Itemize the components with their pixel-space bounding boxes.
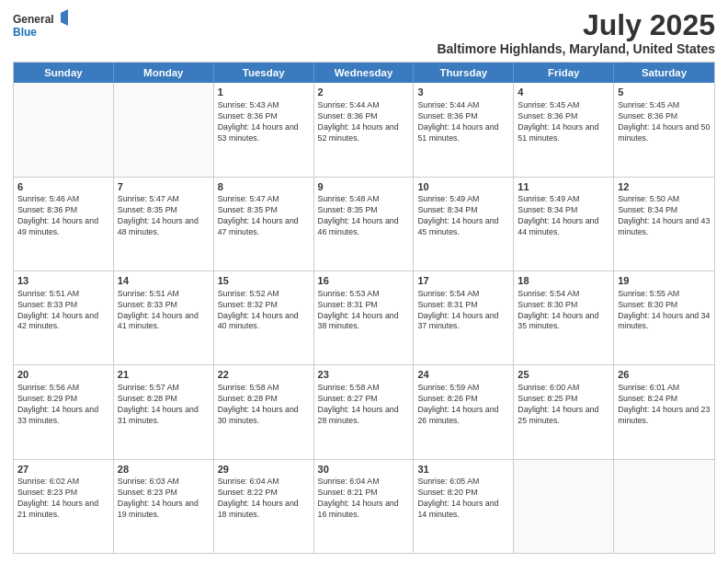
day-info: Sunrise: 5:56 AMSunset: 8:29 PMDaylight:… [17, 383, 109, 427]
calendar-cell: 14Sunrise: 5:51 AMSunset: 8:33 PMDayligh… [114, 271, 214, 364]
calendar-cell [614, 460, 714, 553]
day-info: Sunrise: 5:55 AMSunset: 8:30 PMDaylight:… [618, 289, 711, 333]
calendar-header-cell: Wednesday [314, 63, 415, 83]
calendar-cell: 31Sunrise: 6:05 AMSunset: 8:20 PMDayligh… [414, 460, 514, 553]
calendar-week-row: 13Sunrise: 5:51 AMSunset: 8:33 PMDayligh… [14, 270, 714, 364]
day-info: Sunrise: 5:44 AMSunset: 8:36 PMDaylight:… [318, 100, 410, 144]
day-number: 16 [318, 274, 410, 288]
day-number: 26 [618, 368, 711, 382]
calendar-header-cell: Saturday [614, 63, 714, 83]
day-number: 24 [417, 368, 509, 382]
calendar-week-row: 27Sunrise: 6:02 AMSunset: 8:23 PMDayligh… [14, 459, 714, 553]
calendar-header-cell: Sunday [14, 63, 114, 83]
day-info: Sunrise: 5:50 AMSunset: 8:34 PMDaylight:… [618, 194, 711, 238]
header: General Blue July 2025 Baltimore Highlan… [13, 9, 715, 56]
calendar-cell: 9Sunrise: 5:48 AMSunset: 8:35 PMDaylight… [314, 178, 415, 270]
day-info: Sunrise: 5:48 AMSunset: 8:35 PMDaylight:… [318, 194, 410, 238]
day-number: 30 [318, 463, 410, 477]
day-number: 29 [218, 463, 310, 477]
day-info: Sunrise: 6:05 AMSunset: 8:20 PMDaylight:… [417, 477, 509, 521]
subtitle: Baltimore Highlands, Maryland, United St… [437, 41, 715, 56]
day-info: Sunrise: 5:51 AMSunset: 8:33 PMDaylight:… [118, 289, 210, 333]
day-number: 3 [417, 86, 509, 99]
calendar-cell: 6Sunrise: 5:46 AMSunset: 8:36 PMDaylight… [14, 178, 114, 270]
calendar-body: 1Sunrise: 5:43 AMSunset: 8:36 PMDaylight… [14, 83, 714, 553]
day-number: 1 [218, 86, 310, 99]
calendar-header-row: SundayMondayTuesdayWednesdayThursdayFrid… [14, 63, 714, 83]
day-info: Sunrise: 5:54 AMSunset: 8:31 PMDaylight:… [417, 289, 509, 333]
svg-text:General: General [13, 13, 54, 26]
logo-svg: General Blue [13, 9, 68, 42]
day-info: Sunrise: 5:47 AMSunset: 8:35 PMDaylight:… [118, 194, 210, 238]
day-info: Sunrise: 5:45 AMSunset: 8:36 PMDaylight:… [518, 100, 609, 144]
title-block: July 2025 Baltimore Highlands, Maryland,… [437, 9, 715, 56]
calendar-cell [514, 460, 614, 553]
calendar-cell: 20Sunrise: 5:56 AMSunset: 8:29 PMDayligh… [14, 365, 114, 458]
day-number: 22 [218, 368, 310, 382]
main-title: July 2025 [437, 9, 715, 41]
day-info: Sunrise: 6:04 AMSunset: 8:21 PMDaylight:… [318, 477, 410, 521]
day-info: Sunrise: 6:01 AMSunset: 8:24 PMDaylight:… [618, 383, 711, 427]
day-number: 20 [17, 368, 109, 382]
day-number: 21 [118, 368, 210, 382]
day-number: 31 [417, 463, 509, 477]
day-info: Sunrise: 5:49 AMSunset: 8:34 PMDaylight:… [518, 194, 609, 238]
day-info: Sunrise: 5:52 AMSunset: 8:32 PMDaylight:… [218, 289, 310, 333]
calendar-cell: 26Sunrise: 6:01 AMSunset: 8:24 PMDayligh… [614, 365, 714, 458]
day-info: Sunrise: 5:51 AMSunset: 8:33 PMDaylight:… [17, 289, 109, 333]
day-info: Sunrise: 6:03 AMSunset: 8:23 PMDaylight:… [118, 477, 210, 521]
day-number: 25 [518, 368, 609, 382]
day-number: 4 [518, 86, 609, 99]
calendar-cell: 15Sunrise: 5:52 AMSunset: 8:32 PMDayligh… [214, 271, 314, 364]
day-number: 12 [618, 180, 711, 194]
calendar-cell: 17Sunrise: 5:54 AMSunset: 8:31 PMDayligh… [414, 271, 514, 364]
calendar: SundayMondayTuesdayWednesdayThursdayFrid… [13, 62, 715, 554]
day-info: Sunrise: 5:53 AMSunset: 8:31 PMDaylight:… [318, 289, 410, 333]
calendar-cell: 27Sunrise: 6:02 AMSunset: 8:23 PMDayligh… [14, 460, 114, 553]
calendar-cell: 2Sunrise: 5:44 AMSunset: 8:36 PMDaylight… [314, 83, 415, 176]
day-info: Sunrise: 5:58 AMSunset: 8:27 PMDaylight:… [318, 383, 410, 427]
day-info: Sunrise: 5:46 AMSunset: 8:36 PMDaylight:… [17, 194, 109, 238]
day-info: Sunrise: 5:45 AMSunset: 8:36 PMDaylight:… [618, 100, 711, 144]
calendar-cell: 24Sunrise: 5:59 AMSunset: 8:26 PMDayligh… [414, 365, 514, 458]
svg-text:Blue: Blue [13, 26, 37, 39]
day-number: 10 [417, 180, 509, 194]
calendar-week-row: 6Sunrise: 5:46 AMSunset: 8:36 PMDaylight… [14, 177, 714, 270]
calendar-cell: 13Sunrise: 5:51 AMSunset: 8:33 PMDayligh… [14, 271, 114, 364]
calendar-cell: 19Sunrise: 5:55 AMSunset: 8:30 PMDayligh… [614, 271, 714, 364]
calendar-header-cell: Tuesday [214, 63, 314, 83]
calendar-cell: 1Sunrise: 5:43 AMSunset: 8:36 PMDaylight… [214, 83, 314, 176]
calendar-cell: 22Sunrise: 5:58 AMSunset: 8:28 PMDayligh… [214, 365, 314, 458]
day-info: Sunrise: 5:54 AMSunset: 8:30 PMDaylight:… [518, 289, 609, 333]
calendar-cell: 16Sunrise: 5:53 AMSunset: 8:31 PMDayligh… [314, 271, 415, 364]
day-number: 8 [218, 180, 310, 194]
day-number: 11 [518, 180, 609, 194]
calendar-header-cell: Thursday [414, 63, 514, 83]
day-info: Sunrise: 6:04 AMSunset: 8:22 PMDaylight:… [218, 477, 310, 521]
day-number: 9 [318, 180, 410, 194]
calendar-cell: 21Sunrise: 5:57 AMSunset: 8:28 PMDayligh… [114, 365, 214, 458]
calendar-cell: 7Sunrise: 5:47 AMSunset: 8:35 PMDaylight… [114, 178, 214, 270]
calendar-cell: 8Sunrise: 5:47 AMSunset: 8:35 PMDaylight… [214, 178, 314, 270]
calendar-cell: 28Sunrise: 6:03 AMSunset: 8:23 PMDayligh… [114, 460, 214, 553]
calendar-week-row: 20Sunrise: 5:56 AMSunset: 8:29 PMDayligh… [14, 364, 714, 458]
day-number: 18 [518, 274, 609, 288]
calendar-cell [14, 83, 114, 176]
day-number: 28 [118, 463, 210, 477]
day-number: 15 [218, 274, 310, 288]
day-number: 19 [618, 274, 711, 288]
day-info: Sunrise: 5:57 AMSunset: 8:28 PMDaylight:… [118, 383, 210, 427]
page: General Blue July 2025 Baltimore Highlan… [0, 0, 728, 563]
calendar-cell: 29Sunrise: 6:04 AMSunset: 8:22 PMDayligh… [214, 460, 314, 553]
calendar-cell: 25Sunrise: 6:00 AMSunset: 8:25 PMDayligh… [514, 365, 614, 458]
day-info: Sunrise: 5:43 AMSunset: 8:36 PMDaylight:… [218, 100, 310, 144]
day-number: 13 [17, 274, 109, 288]
calendar-cell: 4Sunrise: 5:45 AMSunset: 8:36 PMDaylight… [514, 83, 614, 176]
day-number: 2 [318, 86, 410, 99]
day-number: 14 [118, 274, 210, 288]
day-info: Sunrise: 6:00 AMSunset: 8:25 PMDaylight:… [518, 383, 609, 427]
day-number: 23 [318, 368, 410, 382]
calendar-week-row: 1Sunrise: 5:43 AMSunset: 8:36 PMDaylight… [14, 83, 714, 176]
calendar-cell: 11Sunrise: 5:49 AMSunset: 8:34 PMDayligh… [514, 178, 614, 270]
calendar-cell: 5Sunrise: 5:45 AMSunset: 8:36 PMDaylight… [614, 83, 714, 176]
